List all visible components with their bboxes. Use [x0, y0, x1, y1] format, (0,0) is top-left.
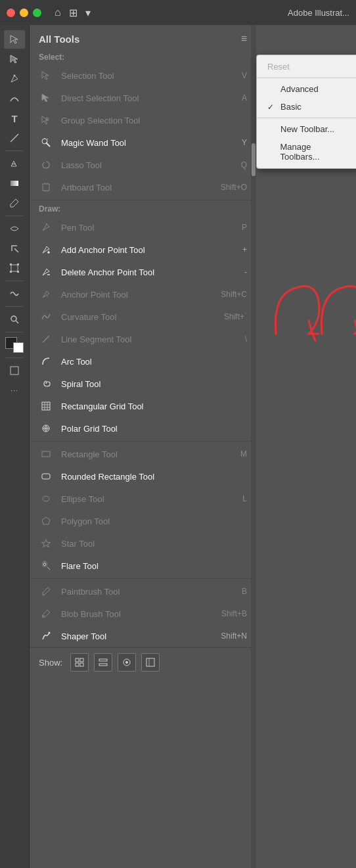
- paintbrush-name: Paintbrush Tool: [61, 587, 236, 597]
- delete-anchor-tool-item[interactable]: Delete Anchor Point Tool -: [30, 261, 256, 283]
- polar-grid-name: Polar Grid Tool: [61, 424, 242, 434]
- basic-check: ✓: [267, 103, 277, 112]
- minimize-button[interactable]: [20, 9, 28, 17]
- spiral-icon-panel: [39, 377, 53, 391]
- rect-grid-tool-item[interactable]: Rectangular Grid Tool: [30, 395, 256, 417]
- paintbrush-tool-item[interactable]: Paintbrush Tool B: [30, 580, 256, 603]
- pen-tool-item[interactable]: Pen Tool P: [30, 216, 256, 239]
- magic-wand-tool-item[interactable]: Magic Wand Tool Y: [30, 131, 256, 154]
- list-view-btn[interactable]: [94, 653, 112, 672]
- arc-tool-item[interactable]: Arc Tool: [30, 350, 256, 373]
- flare-name: Flare Tool: [61, 561, 242, 571]
- dropdown-advanced[interactable]: Advanced: [257, 80, 356, 98]
- toolbar-separator-6: [5, 357, 24, 358]
- dropdown-menu: Reset Advanced ✓ Basic New Toolbar... Ma…: [256, 55, 356, 169]
- panel-scrollbar[interactable]: [251, 25, 256, 868]
- dropdown-reset[interactable]: Reset: [257, 58, 356, 76]
- selection-tool-item[interactable]: Selection Tool V: [30, 64, 256, 87]
- paint-bucket-icon[interactable]: [4, 154, 25, 173]
- group-selection-tool-item[interactable]: Group Selection Tool: [30, 109, 256, 131]
- paintbrush-shortcut: B: [242, 587, 247, 596]
- svg-rect-8: [10, 271, 12, 273]
- svg-rect-5: [10, 263, 12, 265]
- new-toolbar-label: New Toolbar...: [280, 124, 334, 134]
- svg-rect-56: [146, 658, 154, 666]
- arc-name: Arc Tool: [61, 357, 242, 367]
- anchor-point-tool-item[interactable]: Anchor Point Tool Shift+C: [30, 283, 256, 306]
- shaper-tool-item[interactable]: Shaper Tool Shift+N: [30, 625, 256, 647]
- polar-grid-tool-item[interactable]: Polar Grid Tool: [30, 417, 256, 440]
- dropdown-basic[interactable]: ✓ Basic: [257, 98, 356, 116]
- lasso-tool-item[interactable]: Lasso Tool Q: [30, 154, 256, 176]
- rectangle-shortcut: M: [240, 449, 247, 459]
- tools-panel: All Tools ≡ Select: Selection Tool V Dir…: [30, 25, 256, 868]
- flare-tool-item[interactable]: Flare Tool: [30, 555, 256, 577]
- svg-marker-41: [41, 539, 50, 547]
- gradient-icon[interactable]: [4, 174, 25, 193]
- svg-rect-4: [11, 265, 18, 271]
- star-tool-item[interactable]: Star Tool: [30, 532, 256, 555]
- screen-mode-icon[interactable]: [4, 361, 25, 380]
- line-segment-tool-item[interactable]: Line Segment Tool \: [30, 328, 256, 350]
- lasso-icon-panel: [39, 158, 53, 172]
- blob-brush-tool-item[interactable]: Blob Brush Tool Shift+B: [30, 603, 256, 625]
- more-tools-icon[interactable]: ···: [4, 381, 25, 400]
- rectangle-tool-item[interactable]: Rectangle Tool M: [30, 443, 256, 465]
- curvature-tool-item[interactable]: Curvature Tool Shift+`: [30, 306, 256, 328]
- line-tool-icon[interactable]: [4, 129, 25, 147]
- spiral-tool-item[interactable]: Spiral Tool: [30, 373, 256, 395]
- add-anchor-name: Add Anchor Point Tool: [61, 245, 237, 255]
- svg-point-39: [43, 496, 49, 501]
- selection-tool-icon-panel: [39, 68, 53, 83]
- zoom-icon[interactable]: [4, 310, 25, 329]
- direct-selection-icon[interactable]: [4, 50, 25, 68]
- color-boxes[interactable]: [4, 336, 25, 354]
- selection-tool-name: Selection Tool: [61, 71, 236, 81]
- warp-icon[interactable]: [4, 285, 25, 303]
- dropdown-manage-toolbars[interactable]: Manage Toolbars...: [257, 138, 356, 166]
- svg-point-9: [11, 316, 16, 321]
- selection-tool-icon[interactable]: [4, 30, 25, 49]
- chevron-down-icon[interactable]: ▾: [85, 7, 91, 19]
- svg-rect-48: [76, 658, 79, 662]
- svg-line-16: [47, 139, 48, 139]
- spiral-name: Spiral Tool: [61, 379, 242, 389]
- grid-view-btn[interactable]: [70, 653, 89, 672]
- direct-selection-tool-item[interactable]: Direct Selection Tool A: [30, 87, 256, 109]
- rectangle-icon-panel: [39, 447, 53, 461]
- maximize-button[interactable]: [33, 9, 41, 17]
- scale-tool-icon[interactable]: [4, 239, 25, 258]
- rect-grid-name: Rectangular Grid Tool: [61, 401, 242, 411]
- polygon-tool-item[interactable]: Polygon Tool: [30, 510, 256, 532]
- blend-tool-icon[interactable]: [4, 219, 25, 238]
- detail-view-btn[interactable]: [141, 653, 160, 672]
- artboard-tool-item[interactable]: Artboard Tool Shift+O: [30, 176, 256, 198]
- text-tool-icon[interactable]: T: [4, 109, 25, 127]
- panel-menu-icon[interactable]: ≡: [241, 33, 247, 45]
- close-button[interactable]: [7, 9, 15, 17]
- icon-view-btn[interactable]: [118, 653, 136, 672]
- basic-label: Basic: [280, 102, 301, 112]
- app-title: Adobe Illustrat...: [288, 8, 349, 18]
- anchor-point-name: Anchor Point Tool: [61, 290, 215, 300]
- pen-tool-icon[interactable]: [4, 70, 25, 88]
- direct-selection-shortcut: A: [242, 93, 247, 103]
- dropdown-new-toolbar[interactable]: New Toolbar...: [257, 120, 356, 138]
- panel-footer: Show:: [30, 647, 256, 677]
- toolbar-separator-3: [5, 281, 24, 281]
- eyedropper-icon[interactable]: [4, 194, 25, 212]
- ellipse-tool-item[interactable]: Ellipse Tool L: [30, 488, 256, 510]
- line-segment-shortcut: \: [245, 334, 247, 344]
- grid-icon[interactable]: ⊞: [69, 7, 78, 19]
- background-color[interactable]: [13, 342, 24, 353]
- magic-wand-icon-panel: [39, 135, 53, 150]
- add-anchor-tool-item[interactable]: Add Anchor Point Tool +: [30, 239, 256, 261]
- home-icon[interactable]: ⌂: [55, 7, 61, 18]
- svg-rect-27: [42, 402, 50, 410]
- line-segment-icon-panel: [39, 332, 53, 346]
- rounded-rect-tool-item[interactable]: Rounded Rectangle Tool: [30, 465, 256, 488]
- curvature-icon[interactable]: [4, 89, 25, 108]
- transform-icon[interactable]: [4, 259, 25, 277]
- anchor-point-icon-panel: [39, 287, 53, 302]
- draw-separator: [30, 200, 256, 200]
